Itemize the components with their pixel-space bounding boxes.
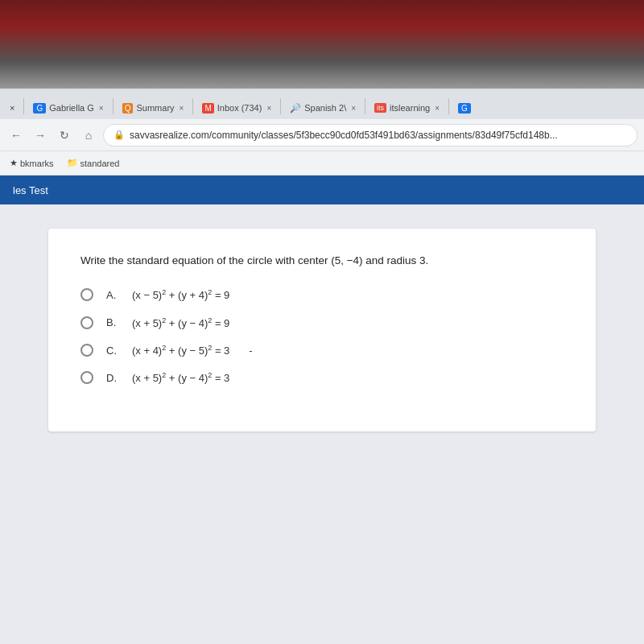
tab-divider-5 (365, 98, 365, 114)
google-docs-icon: G (33, 103, 46, 114)
option-text-a: (x − 5)2 + (y + 4)2 = 9 (132, 288, 229, 301)
bookmarks-icon: ★ (10, 158, 18, 168)
tab-x[interactable]: × (3, 97, 21, 119)
tab-divider-1 (23, 98, 24, 114)
browser-window: × G Gabriella G × Q Summary × M Inbox (7… (0, 89, 644, 644)
answer-option-c[interactable]: C. (x + 4)2 + (y − 5)2 = 3 - (80, 344, 564, 357)
page-title: les Test (13, 184, 48, 196)
tab-divider-3 (192, 98, 193, 114)
main-area: Write the standard equation of the circl… (0, 204, 644, 456)
last-tab-icon: G (458, 103, 471, 114)
bookmark-standared[interactable]: 📁 standared (64, 156, 123, 170)
answer-option-b[interactable]: B. (x + 5)2 + (y − 4)2 = 9 (80, 316, 564, 329)
folder-icon: 📁 (67, 158, 78, 168)
tab-x-label: × (10, 103, 14, 113)
answer-option-d[interactable]: D. (x + 5)2 + (y − 4)2 = 3 (80, 371, 564, 384)
lock-icon: 🔒 (114, 130, 125, 140)
page-content: les Test Write the standard equation of … (0, 175, 644, 644)
summary-icon: Q (122, 103, 134, 114)
url-text: savvasrealize.com/community/classes/5f3b… (130, 130, 558, 141)
option-label-b: B. (106, 316, 119, 328)
tab-inbox-close[interactable]: × (266, 104, 271, 113)
dash-note: - (249, 345, 252, 357)
tab-gabriella[interactable]: G Gabriella G × (27, 97, 109, 119)
tab-spanish[interactable]: 🔎 Spanish 2\ × (283, 97, 362, 119)
option-label-c: C. (106, 345, 119, 357)
tab-gabriella-label: Gabriella G (49, 103, 94, 113)
question-card: Write the standard equation of the circl… (48, 229, 596, 431)
option-text-b: (x + 5)2 + (y − 4)2 = 9 (132, 316, 229, 329)
tab-itslearning[interactable]: its itslearning × (368, 97, 446, 119)
tab-gabriella-close[interactable]: × (99, 104, 104, 113)
address-field[interactable]: 🔒 savvasrealize.com/community/classes/5f… (103, 124, 638, 147)
tab-last[interactable]: G (452, 97, 477, 119)
bookmarks-bar: ★ bkmarks 📁 standared (0, 151, 644, 175)
home-button[interactable]: ⌂ (79, 126, 98, 145)
tab-divider-4 (280, 98, 281, 114)
tab-spanish-label: Spanish 2\ (304, 103, 346, 113)
forward-button[interactable]: → (31, 126, 50, 145)
tab-divider-2 (113, 98, 114, 114)
back-button[interactable]: ← (6, 126, 26, 145)
itslearning-icon: its (374, 103, 386, 113)
tab-summary-close[interactable]: × (180, 104, 184, 113)
tab-spanish-close[interactable]: × (351, 104, 356, 113)
refresh-button[interactable]: ↻ (55, 126, 74, 145)
option-label-d: D. (106, 372, 119, 384)
radio-a[interactable] (80, 288, 93, 301)
tab-itslearning-close[interactable]: × (435, 104, 440, 113)
address-bar-row: ← → ↻ ⌂ 🔒 savvasrealize.com/community/cl… (0, 119, 644, 151)
tab-inbox-label: Inbox (734) (217, 103, 262, 113)
tab-divider-6 (448, 98, 449, 114)
bookmarks-label: bkmarks (20, 159, 54, 168)
answer-option-a[interactable]: A. (x − 5)2 + (y + 4)2 = 9 (80, 288, 564, 301)
gmail-icon: M (202, 103, 213, 114)
standared-label: standared (80, 159, 120, 168)
bookmark-bookmarks[interactable]: ★ bkmarks (6, 156, 57, 170)
tab-bar: × G Gabriella G × Q Summary × M Inbox (7… (0, 90, 644, 119)
tab-summary[interactable]: Q Summary × (116, 97, 191, 119)
page-header-bar: les Test (0, 175, 644, 204)
spanish-tab-icon: 🔎 (290, 103, 301, 114)
option-label-a: A. (106, 289, 119, 301)
radio-b[interactable] (80, 316, 93, 329)
tab-itslearning-label: itslearning (390, 103, 430, 113)
radio-c[interactable] (80, 344, 93, 357)
tab-summary-label: Summary (136, 103, 174, 113)
radio-d[interactable] (80, 371, 93, 384)
question-text: Write the standard equation of the circl… (80, 253, 564, 269)
option-text-d: (x + 5)2 + (y − 4)2 = 3 (132, 371, 229, 384)
option-text-c: (x + 4)2 + (y − 5)2 = 3 (132, 344, 229, 357)
top-background (0, 0, 644, 89)
tab-inbox[interactable]: M Inbox (734) × (196, 97, 278, 119)
